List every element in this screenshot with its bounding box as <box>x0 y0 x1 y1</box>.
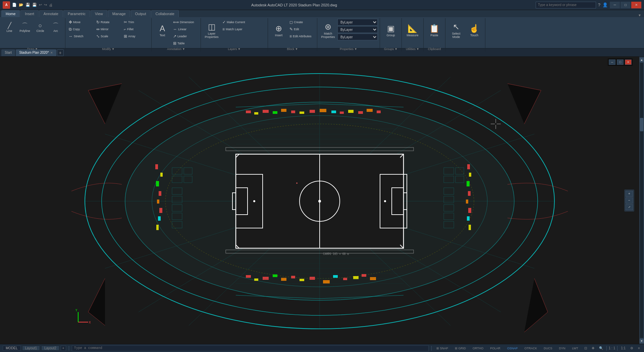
insert-button[interactable]: ⊕ Insert <box>270 19 287 42</box>
circle-button[interactable]: ○ Circle <box>33 19 48 36</box>
ui-settings-button[interactable]: ≡ <box>637 346 641 350</box>
help-icon[interactable]: ? <box>598 2 600 7</box>
scale-button[interactable]: ⤡ Scale <box>95 33 122 40</box>
paste-button[interactable]: 📋 Paste <box>426 19 443 42</box>
workspace-button[interactable]: ⚙ <box>629 346 635 350</box>
add-layout-button[interactable]: + <box>61 346 66 351</box>
move-button[interactable]: ✥ Move <box>67 19 94 26</box>
svg-rect-53 <box>156 225 159 230</box>
table-button[interactable]: ⊞ Table <box>172 40 199 47</box>
array-button[interactable]: ⊞ Array <box>122 33 149 40</box>
properties-group-label[interactable]: Properties ▼ <box>319 47 378 51</box>
layer-properties-button[interactable]: ◫ Layer Properties <box>203 19 220 42</box>
add-tab-button[interactable]: + <box>57 49 64 56</box>
tab-start[interactable]: Start <box>1 49 15 56</box>
zoom-out-button[interactable]: − <box>626 197 633 204</box>
ducs-button[interactable]: DUCS <box>542 346 554 350</box>
zoom-button[interactable]: 🔍 <box>598 346 604 350</box>
canvas-close-button[interactable]: ✕ <box>625 59 632 65</box>
edit-button[interactable]: ✎ Edit <box>288 26 315 33</box>
dyn-button[interactable]: DYN <box>557 346 567 350</box>
tab-home[interactable]: Home <box>1 10 20 17</box>
measure-button[interactable]: 📐 Measure <box>404 19 421 42</box>
vertical-scrollbar[interactable]: ▲ ▼ <box>639 57 644 344</box>
linear-button[interactable]: ↔ Linear <box>172 26 199 33</box>
scroll-thumb[interactable] <box>640 118 643 131</box>
annotation-scale-button[interactable]: 1:1 <box>620 346 627 350</box>
otrack-button[interactable]: OTRACK <box>522 346 539 350</box>
lineweight-select[interactable]: ByLayer <box>337 34 378 40</box>
zoom-in-button[interactable]: + <box>626 191 633 197</box>
tab-manage[interactable]: Manage <box>108 10 130 17</box>
arc-button[interactable]: ⌒ Arc <box>48 19 63 36</box>
leader-button[interactable]: ↗ Leader <box>172 33 199 40</box>
make-current-button[interactable]: ✓ Make Current <box>221 19 248 26</box>
minimize-button[interactable]: ─ <box>610 2 620 8</box>
text-button[interactable]: A Text <box>154 19 171 42</box>
save-as-icon[interactable]: 💾 <box>32 3 37 7</box>
annotation-group-label[interactable]: Annotation ▼ <box>154 47 199 51</box>
touch-button[interactable]: ☝ Touch <box>466 19 483 42</box>
canvas-area[interactable]: CAMPO 105 × 68 m ◆ <box>0 57 639 344</box>
tab-insert[interactable]: Insert <box>20 10 39 17</box>
match-layer-button[interactable]: ≡ Match Layer <box>221 26 248 33</box>
new-file-icon[interactable]: 📄 <box>12 3 17 7</box>
tab-annotate[interactable]: Annotate <box>39 10 63 17</box>
view-cube-button[interactable]: ⊡ <box>583 346 588 350</box>
copy-button[interactable]: ⧉ Copy <box>67 26 94 33</box>
linetype-select[interactable]: ByLayer <box>337 26 378 33</box>
tab-parametric[interactable]: Parametric <box>63 10 90 17</box>
mirror-button[interactable]: ⇔ Mirror <box>95 26 122 33</box>
expand-ribbon-icon[interactable]: ▼ <box>638 13 641 17</box>
osnap-button[interactable]: OSNAP <box>505 346 520 350</box>
search-input[interactable] <box>536 2 596 8</box>
trim-button[interactable]: ✂ Trim <box>122 19 149 26</box>
line-button[interactable]: ╱ Line <box>2 19 17 36</box>
maximize-button[interactable]: □ <box>621 2 631 8</box>
user-icon[interactable]: 👤 <box>602 2 608 7</box>
color-select[interactable]: ByLayer <box>337 19 378 26</box>
zoom-extents-button[interactable]: ⤢ <box>626 204 633 210</box>
pan-button[interactable]: ✥ <box>590 346 596 350</box>
redo-icon[interactable]: ↪ <box>44 3 47 7</box>
fillet-button[interactable]: ⌐ Fillet <box>122 26 149 33</box>
tab-view[interactable]: View <box>91 10 107 17</box>
group-button[interactable]: ▣ Group <box>382 19 399 42</box>
scroll-up-button[interactable]: ▲ <box>640 58 644 62</box>
layers-group-label[interactable]: Layers ▼ <box>203 47 266 51</box>
match-properties-button[interactable]: ⊛ Match Properties <box>319 19 337 42</box>
select-mode-button[interactable]: ↖ Select Mode <box>447 19 465 42</box>
block-group-label[interactable]: Block ▼ <box>270 47 315 51</box>
modify-group-label[interactable]: Modify ▼ <box>67 47 149 51</box>
utilities-group-label[interactable]: Utilities ▼ <box>404 47 421 51</box>
edit-attributes-button[interactable]: ≡ Edit Attributes <box>288 33 315 40</box>
save-icon[interactable]: 💾 <box>25 3 30 7</box>
undo-icon[interactable]: ↩ <box>39 3 42 7</box>
close-button[interactable]: ✕ <box>631 2 641 8</box>
scroll-track[interactable] <box>640 63 643 338</box>
model-tab[interactable]: MODEL <box>3 346 21 351</box>
ortho-button[interactable]: ORTHO <box>471 346 485 350</box>
layout1-tab[interactable]: Layout1 <box>22 346 40 351</box>
grid-button[interactable]: ⊞ GRID <box>453 346 468 350</box>
canvas-restore-button[interactable]: □ <box>617 59 624 65</box>
snap-button[interactable]: ⊞ SNAP <box>434 346 450 350</box>
groups-group-label[interactable]: Groups ▼ <box>382 47 399 51</box>
stretch-button[interactable]: ↔ Stretch <box>67 33 94 40</box>
layout2-tab[interactable]: Layout2 <box>41 346 59 351</box>
polyline-button[interactable]: ⌒ Polyline <box>17 19 32 36</box>
dimension-button[interactable]: ⟺ Dimension <box>172 19 199 26</box>
rotate-button[interactable]: ↻ Rotate <box>95 19 122 26</box>
command-line-input[interactable] <box>72 345 429 351</box>
open-file-icon[interactable]: 📂 <box>19 3 23 7</box>
tab-stadium-plan[interactable]: Stadium Plan 2020* ✕ <box>16 49 56 56</box>
tab-collaborate[interactable]: Collaborate <box>151 10 179 17</box>
create-button[interactable]: ◻ Create <box>288 19 315 26</box>
close-tab-icon[interactable]: ✕ <box>50 51 53 54</box>
canvas-minimize-button[interactable]: ─ <box>609 59 615 65</box>
print-icon[interactable]: 🖨 <box>49 3 53 7</box>
lwt-button[interactable]: LWT <box>570 346 580 350</box>
scroll-down-button[interactable]: ▼ <box>640 339 644 343</box>
tab-output[interactable]: Output <box>131 10 151 17</box>
polar-button[interactable]: POLAR <box>488 346 502 350</box>
